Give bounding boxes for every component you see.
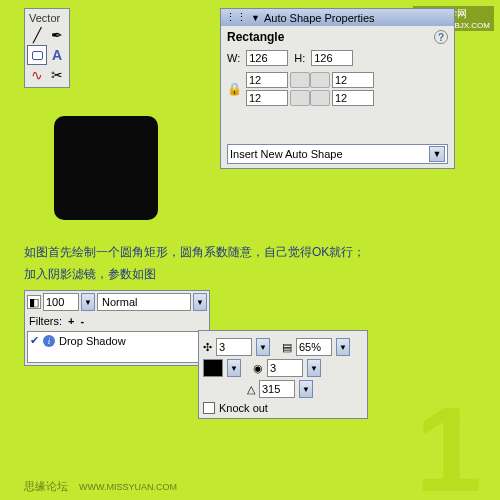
- corner-tr-input[interactable]: [332, 72, 374, 88]
- dropdown-icon[interactable]: ▼: [429, 146, 445, 162]
- step-number: 1: [415, 398, 482, 500]
- softness-input[interactable]: [267, 359, 303, 377]
- panel-titlebar[interactable]: ⋮⋮ ▼ Auto Shape Properties: [221, 9, 454, 26]
- drop-shadow-settings: ✣ ▼ ▤ ▼ ▼ ◉ ▼ △ ▼ Knock out: [198, 330, 368, 419]
- corner-tl-icon[interactable]: [290, 72, 310, 88]
- angle-dd-icon[interactable]: ▼: [299, 380, 313, 398]
- angle-input[interactable]: [259, 380, 295, 398]
- knife-tool-icon[interactable]: ✂: [47, 65, 67, 85]
- shadow-opacity-dd-icon[interactable]: ▼: [336, 338, 350, 356]
- color-swatch[interactable]: [203, 359, 223, 377]
- height-label: H:: [294, 52, 305, 64]
- panel-title-label: Auto Shape Properties: [264, 12, 375, 24]
- width-label: W:: [227, 52, 240, 64]
- rectangle-tool-icon[interactable]: [27, 45, 47, 65]
- corner-br-icon[interactable]: [310, 90, 330, 106]
- collapse-icon[interactable]: ▼: [251, 13, 260, 23]
- filter-list[interactable]: ✔ i Drop Shadow: [27, 331, 207, 363]
- info-icon[interactable]: i: [43, 335, 55, 347]
- pen-tool-icon[interactable]: ✒: [47, 25, 67, 45]
- opacity-input[interactable]: [43, 293, 79, 311]
- instruction-line2: 加入阴影滤镜，参数如图: [24, 266, 156, 283]
- softness-dd-icon[interactable]: ▼: [307, 359, 321, 377]
- filter-item-drop-shadow[interactable]: ✔ i Drop Shadow: [30, 334, 204, 347]
- knockout-checkbox[interactable]: [203, 402, 215, 414]
- watermark-bottom: 思缘论坛 WWW.MISSYUAN.COM: [24, 479, 177, 494]
- lock-icon[interactable]: 🔒: [227, 82, 242, 96]
- help-icon[interactable]: ?: [434, 30, 448, 44]
- color-dd-icon[interactable]: ▼: [227, 359, 241, 377]
- distance-dd-icon[interactable]: ▼: [256, 338, 270, 356]
- text-tool-icon[interactable]: A: [47, 45, 67, 65]
- height-input[interactable]: [311, 50, 353, 66]
- knockout-label: Knock out: [219, 402, 268, 414]
- blend-dropdown-icon[interactable]: ▼: [193, 293, 207, 311]
- corner-bl-input[interactable]: [246, 90, 288, 106]
- freeform-tool-icon[interactable]: ∿: [27, 65, 47, 85]
- blend-mode-dropdown[interactable]: Normal: [97, 293, 191, 311]
- insert-label: Insert New Auto Shape: [230, 148, 343, 160]
- corner-bl-icon[interactable]: [290, 90, 310, 106]
- remove-filter-button[interactable]: -: [80, 315, 84, 327]
- check-icon: ✔: [30, 334, 39, 347]
- filter-name-label: Drop Shadow: [59, 335, 126, 347]
- corner-tr-icon[interactable]: [310, 72, 330, 88]
- rounded-rectangle-preview: [54, 116, 158, 220]
- corner-tl-input[interactable]: [246, 72, 288, 88]
- vector-title: Vector: [27, 11, 67, 25]
- shape-name-label: Rectangle: [227, 30, 284, 44]
- auto-shape-properties-panel: ⋮⋮ ▼ Auto Shape Properties Rectangle ? W…: [220, 8, 455, 169]
- opacity-icon2: ▤: [282, 341, 292, 354]
- opacity-icon: ◧: [27, 295, 41, 309]
- opacity-dropdown-icon[interactable]: ▼: [81, 293, 95, 311]
- insert-shape-dropdown[interactable]: Insert New Auto Shape ▼: [227, 144, 448, 164]
- add-filter-button[interactable]: +: [68, 315, 74, 327]
- filters-panel: ◧ ▼ Normal ▼ Filters: + - ✔ i Drop Shado…: [24, 290, 210, 366]
- width-input[interactable]: [246, 50, 288, 66]
- line-tool-icon[interactable]: ╱: [27, 25, 47, 45]
- angle-icon: △: [247, 383, 255, 396]
- distance-input[interactable]: [216, 338, 252, 356]
- shadow-opacity-input[interactable]: [296, 338, 332, 356]
- softness-icon: ◉: [253, 362, 263, 375]
- vector-toolbox: Vector ╱ ✒ A ∿ ✂: [24, 8, 70, 88]
- corner-br-input[interactable]: [332, 90, 374, 106]
- instruction-line1: 如图首先绘制一个圆角矩形，圆角系数随意，自己觉得OK就行；: [24, 244, 365, 261]
- filters-label: Filters:: [29, 315, 62, 327]
- distance-icon: ✣: [203, 341, 212, 354]
- grip-icon: ⋮⋮: [225, 11, 247, 24]
